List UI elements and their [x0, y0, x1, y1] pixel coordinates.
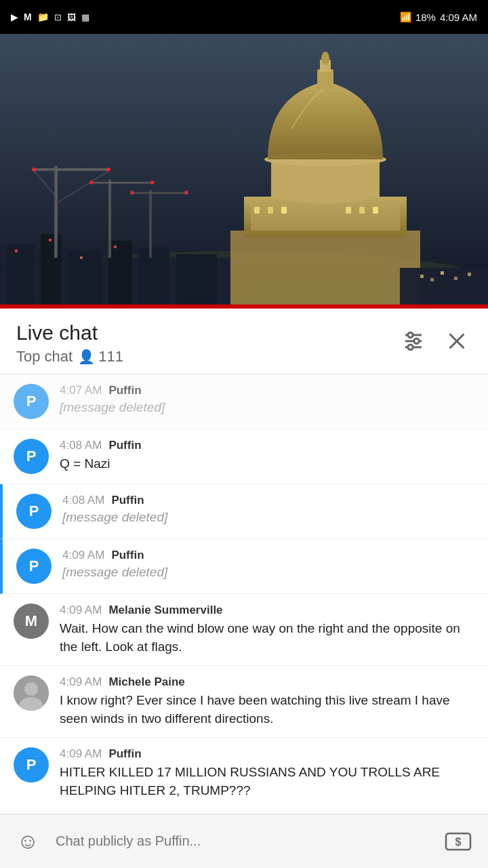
svg-rect-27 [80, 256, 83, 259]
chat-mode-label[interactable]: Top chat [16, 348, 73, 366]
svg-point-54 [408, 344, 413, 350]
svg-rect-12 [268, 207, 273, 214]
message-text: [message deleted] [62, 565, 167, 579]
message-text: Wait. How can the wind blow one way on t… [60, 621, 460, 654]
svg-rect-26 [49, 239, 52, 241]
image-icon: 🖼 [67, 12, 76, 22]
list-item: 4:09 AM Michele Paine I know right? Ever… [0, 666, 488, 738]
message-time: 4:08 AM [62, 494, 104, 507]
message-content: 4:09 AM Melanie Summerville Wait. How ca… [60, 604, 474, 656]
svg-rect-30 [34, 168, 108, 171]
chat-subtitle: Top chat 👤 111 [16, 348, 123, 366]
svg-text:$: $ [455, 836, 462, 848]
message-text: I know right? Ever since I have been wat… [60, 693, 450, 726]
message-meta: 4:08 AM Puffin [60, 439, 474, 452]
folder-icon: 📁 [37, 12, 49, 22]
svg-rect-45 [430, 278, 434, 281]
svg-rect-46 [441, 271, 444, 275]
viewer-count: 👤 111 [78, 348, 123, 366]
close-icon [445, 329, 469, 353]
chat-input-bar: ☺ $ [0, 814, 488, 868]
svg-point-53 [414, 338, 420, 344]
emoji-icon: ☺ [17, 829, 39, 854]
message-content: 4:08 AM Puffin Q = Nazi [60, 439, 474, 473]
avatar: P [16, 549, 52, 584]
avatar: P [14, 384, 49, 419]
svg-point-58 [24, 682, 38, 696]
message-time: 4:09 AM [62, 549, 104, 562]
svg-rect-21 [68, 251, 102, 309]
chat-title: Live chat [16, 321, 123, 345]
svg-rect-16 [373, 207, 378, 214]
message-author: Puffin [108, 384, 141, 397]
svg-point-39 [150, 180, 155, 184]
message-author: Puffin [111, 549, 144, 562]
svg-rect-15 [359, 207, 365, 214]
svg-rect-20 [41, 234, 61, 309]
status-bar-left: ▶ M 📁 ⊡ 🖼 ▦ [11, 12, 89, 22]
settings-sliders-icon [401, 329, 426, 353]
avatar: P [14, 439, 49, 474]
status-bar: ▶ M 📁 ⊡ 🖼 ▦ 📶 18% 4:09 AM [0, 0, 488, 34]
svg-rect-25 [15, 250, 18, 252]
svg-point-35 [106, 167, 110, 172]
message-text: [message deleted] [62, 510, 167, 524]
svg-point-43 [184, 191, 188, 195]
close-button[interactable] [442, 326, 472, 358]
time-text: 4:09 AM [440, 12, 477, 23]
avatar [14, 675, 49, 711]
svg-rect-37 [92, 182, 152, 184]
cast-icon: ⊡ [54, 12, 62, 22]
message-meta: 4:09 AM Michele Paine [60, 675, 474, 689]
message-meta: 4:07 AM Puffin [60, 384, 474, 397]
svg-rect-41 [132, 192, 186, 194]
message-time: 4:09 AM [60, 747, 102, 761]
list-item: P 4:09 AM Puffin HITLER KILLED 17 MILLIO… [0, 738, 488, 810]
settings-sliders-button[interactable] [399, 326, 428, 358]
message-content: 4:09 AM Michele Paine I know right? Ever… [60, 675, 474, 728]
message-author: Melanie Summerville [108, 604, 222, 617]
message-content: 4:09 AM Puffin [message deleted] [62, 549, 474, 580]
video-player[interactable] [0, 34, 488, 309]
message-time: 4:09 AM [60, 675, 102, 689]
chat-panel: Live chat Top chat 👤 111 [0, 309, 488, 810]
svg-point-10 [321, 52, 329, 65]
svg-rect-23 [139, 248, 169, 309]
message-author: Michele Paine [108, 675, 184, 689]
message-time: 4:07 AM [60, 384, 102, 397]
svg-rect-11 [254, 207, 260, 214]
viewer-number: 111 [98, 348, 123, 366]
svg-rect-8 [317, 69, 333, 90]
chat-messages-list: P 4:07 AM Puffin [message deleted] P 4:0… [0, 374, 488, 810]
svg-rect-47 [454, 277, 458, 280]
list-item: P 4:08 AM Puffin Q = Nazi [0, 429, 488, 484]
svg-rect-40 [149, 190, 152, 258]
message-meta: 4:09 AM Puffin [62, 549, 474, 562]
send-dollars-icon: $ [445, 828, 472, 855]
send-superchat-button[interactable]: $ [439, 825, 477, 859]
svg-rect-31 [54, 168, 56, 229]
chat-header-actions [399, 326, 472, 358]
svg-rect-24 [176, 254, 217, 309]
status-bar-right: 📶 18% 4:09 AM [400, 12, 477, 23]
emoji-button[interactable]: ☺ [11, 825, 45, 859]
svg-point-42 [130, 191, 134, 195]
youtube-icon: ▶ [11, 12, 18, 22]
message-author: Puffin [108, 747, 141, 761]
chat-header: Live chat Top chat 👤 111 [0, 309, 488, 374]
message-text: Q = Nazi [60, 456, 110, 471]
browser-icon: ▦ [81, 12, 89, 22]
message-meta: 4:08 AM Puffin [62, 494, 474, 507]
list-item: P 4:07 AM Puffin [message deleted] [0, 374, 488, 429]
message-content: 4:08 AM Puffin [message deleted] [62, 494, 474, 525]
battery-text: 18% [415, 12, 436, 23]
message-author: Puffin [111, 494, 144, 507]
avatar: P [16, 494, 52, 529]
svg-rect-14 [346, 207, 351, 214]
svg-rect-44 [420, 275, 424, 278]
list-item: P 4:09 AM Puffin [message deleted] [0, 539, 488, 594]
svg-rect-36 [108, 180, 111, 258]
message-text: HITLER KILLED 17 MILLION RUSSIANS AND YO… [60, 765, 440, 797]
message-meta: 4:09 AM Puffin [60, 747, 474, 761]
chat-input[interactable] [56, 825, 428, 859]
